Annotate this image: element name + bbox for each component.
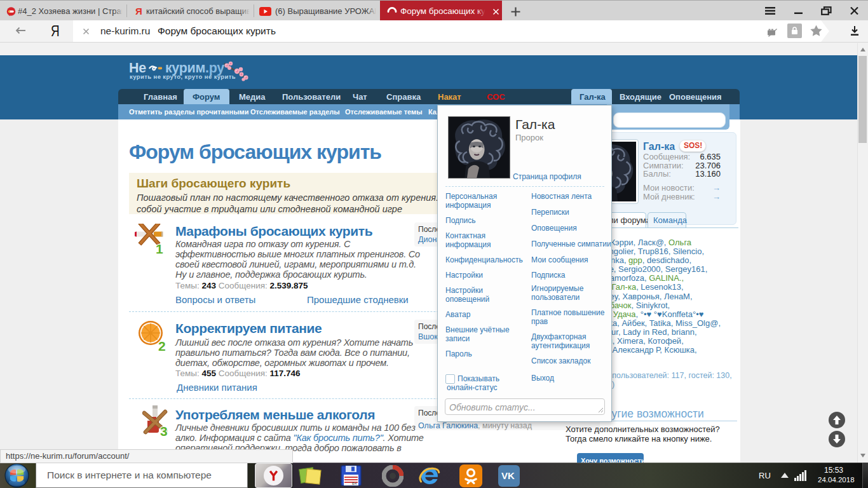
svg-text:1: 1: [156, 241, 163, 254]
svg-text:3: 3: [160, 424, 168, 436]
svg-text:2: 2: [158, 339, 166, 352]
svg-text:Б4: Б4: [352, 482, 357, 485]
